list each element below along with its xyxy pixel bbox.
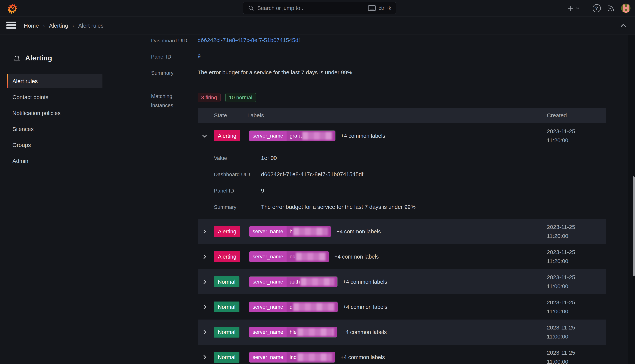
created-date: 2023-11-25: [547, 298, 575, 307]
expand-chevron-icon[interactable]: [201, 228, 208, 235]
common-labels-text: +4 common labels: [341, 133, 385, 139]
label-pill-value: grafa: [286, 130, 335, 141]
breadcrumb-separator-icon: ›: [72, 22, 74, 29]
instance-details: Value1e+00Dashboard UIDd66242cf-71e8-417…: [198, 148, 606, 219]
collapse-chevron-up-icon[interactable]: [620, 22, 627, 30]
table-row: Normal server_name ind +4 common labels …: [198, 345, 606, 364]
state-badge: Alerting: [214, 130, 240, 141]
created-cell: 2023-11-25 11:00:00: [547, 323, 575, 341]
top-bar: Search or jump to... ctrl+k ?: [0, 0, 635, 17]
summary-value: The error budget for a service for the l…: [198, 69, 352, 76]
new-button[interactable]: [567, 5, 580, 12]
help-button[interactable]: ?: [592, 4, 601, 12]
label-pill-value: oc: [286, 252, 329, 262]
expand-chevron-icon[interactable]: [201, 304, 208, 310]
expand-chevron-icon[interactable]: [201, 133, 208, 139]
label-pill-value: hle: [286, 327, 337, 337]
label-pill-value: d: [286, 302, 338, 312]
news-button[interactable]: [607, 4, 615, 12]
label-pill: server_name oc: [249, 251, 329, 262]
sidebar-item-alert-rules[interactable]: Alert rules: [7, 74, 102, 88]
search-placeholder: Search or jump to...: [257, 5, 305, 11]
common-labels-text: +4 common labels: [340, 354, 385, 360]
search-input[interactable]: Search or jump to... ctrl+k: [243, 2, 396, 14]
detail-row: Dashboard UIDd66242cf-71e8-417c-8ef7-51b…: [198, 166, 606, 182]
breadcrumb: Home › Alerting › Alert rules: [24, 22, 104, 29]
redacted-label-blur: [300, 278, 334, 286]
created-time: 11:00:00: [547, 332, 575, 341]
sidebar-item-notification-policies[interactable]: Notification policies: [7, 106, 102, 120]
sidebar-item-silences[interactable]: Silences: [7, 122, 102, 136]
redacted-label-blur: [293, 303, 334, 311]
common-labels-text: +4 common labels: [343, 279, 387, 285]
created-cell: 2023-11-25 11:20:00: [547, 248, 575, 266]
detail-label: Value: [214, 155, 227, 161]
expand-chevron-icon[interactable]: [201, 354, 208, 360]
firing-count-badge: 3 firing: [198, 93, 220, 102]
instances-table: State Labels Created Alerting server_nam…: [198, 108, 606, 364]
expand-chevron-icon[interactable]: [201, 329, 208, 335]
dashboard-uid-link[interactable]: d66242cf-71e8-417c-8ef7-51b0741545df: [198, 37, 300, 43]
panel-id-label: Panel ID: [151, 54, 171, 60]
plus-icon: [567, 5, 574, 12]
created-time: 11:20:00: [547, 136, 575, 145]
label-pill: server_name auth: [249, 276, 338, 287]
redacted-label-blur: [293, 228, 328, 236]
created-cell: 2023-11-25 11:00:00: [547, 348, 575, 364]
table-row: Normal server_name d +4 common labels 20…: [198, 294, 606, 320]
menu-toggle-icon[interactable]: [6, 22, 16, 29]
label-pill-key: server_name: [249, 130, 286, 141]
label-pill-key: server_name: [249, 252, 286, 262]
label-pill: server_name hle: [249, 327, 337, 338]
label-pill-key: server_name: [249, 302, 286, 312]
header-labels: Labels: [247, 112, 264, 118]
sidebar-item-admin[interactable]: Admin: [7, 154, 102, 168]
sidebar-item-groups[interactable]: Groups: [7, 138, 102, 152]
breadcrumb-alerting[interactable]: Alerting: [49, 22, 68, 29]
search-icon: [248, 5, 254, 11]
state-badge: Normal: [214, 302, 240, 312]
label-pill: server_name grafa: [249, 130, 336, 141]
sidebar-item-contact-points[interactable]: Contact points: [7, 90, 102, 104]
detail-row: Value1e+00: [198, 150, 606, 166]
common-labels-text: +4 common labels: [336, 228, 381, 235]
common-labels-text: +4 common labels: [343, 304, 387, 310]
summary-label: Summary: [151, 70, 174, 76]
state-badge: Normal: [214, 276, 240, 287]
table-row: Alerting server_name grafa +4 common lab…: [198, 123, 606, 219]
detail-value: 1e+00: [261, 155, 277, 161]
redacted-label-blur: [298, 353, 332, 361]
detail-value-link[interactable]: 9: [261, 188, 264, 194]
created-date: 2023-11-25: [547, 127, 575, 136]
bell-icon: [13, 54, 21, 62]
sidebar-section-title: Alerting: [25, 54, 52, 62]
grafana-logo-icon[interactable]: [8, 4, 17, 14]
created-time: 11:00:00: [547, 357, 575, 364]
alerting-sidebar: Alerting Alert rules Contact points Noti…: [0, 35, 109, 364]
common-labels-text: +4 common labels: [342, 329, 387, 335]
label-pill-value: h: [286, 226, 331, 237]
created-time: 11:20:00: [547, 232, 575, 240]
label-pill-key: server_name: [249, 352, 286, 362]
detail-row: Panel ID9: [198, 182, 606, 199]
common-labels-text: +4 common labels: [334, 254, 379, 260]
breadcrumb-home[interactable]: Home: [24, 22, 39, 29]
expand-chevron-icon[interactable]: [201, 254, 208, 260]
chevron-down-icon: [576, 6, 580, 10]
table-row: Normal server_name auth +4 common labels…: [198, 269, 606, 294]
user-avatar[interactable]: [621, 4, 630, 13]
redacted-label-blur: [298, 328, 334, 336]
breadcrumb-bar: Home › Alerting › Alert rules: [0, 17, 635, 35]
created-date: 2023-11-25: [547, 248, 575, 257]
expand-chevron-icon[interactable]: [201, 279, 208, 285]
label-pill-key: server_name: [249, 327, 286, 337]
label-pill-key: server_name: [249, 226, 286, 237]
detail-value-link[interactable]: d66242cf-71e8-417c-8ef7-51b0741545df: [261, 171, 363, 178]
topbar-divider: [586, 4, 586, 12]
panel-id-link[interactable]: 9: [198, 53, 201, 60]
state-badge: Normal: [214, 327, 240, 338]
redacted-label-blur: [296, 253, 326, 260]
sidebar-menu: Alert rules Contact points Notification …: [7, 74, 102, 170]
page-scrollbar: [628, 35, 635, 364]
scrollbar-thumb[interactable]: [633, 176, 634, 276]
